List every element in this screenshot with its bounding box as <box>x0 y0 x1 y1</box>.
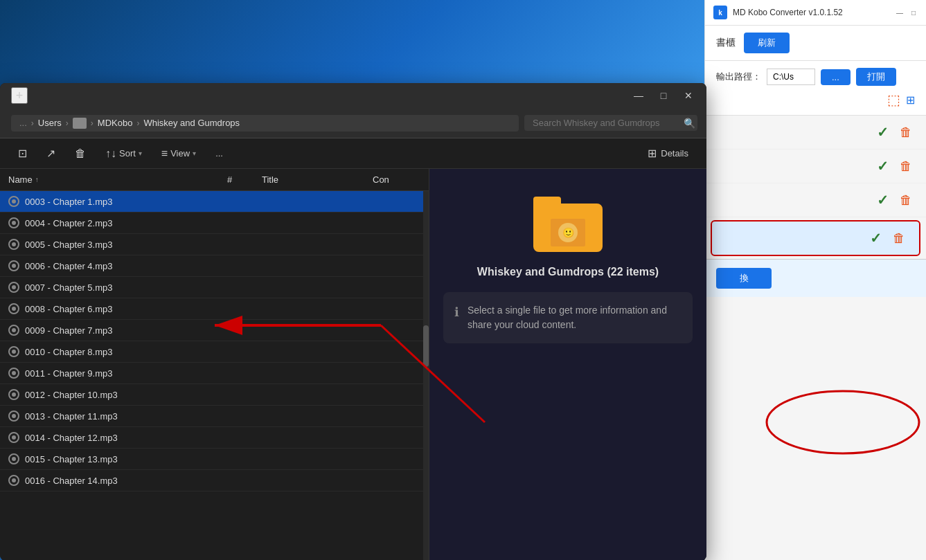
minimize-button[interactable]: — <box>632 90 645 101</box>
kobo-row-3: ✓ 🗑 <box>705 183 926 217</box>
file-row[interactable]: 0011 - Chapter 9.mp3 <box>0 363 429 384</box>
file-con-cell <box>367 478 422 483</box>
check-icon-4[interactable]: ✓ <box>870 230 882 246</box>
kobo-restore-btn[interactable]: □ <box>909 8 918 17</box>
check-icon-2[interactable]: ✓ <box>877 158 889 174</box>
kobo-dots-button[interactable]: ... <box>821 69 851 85</box>
file-num-cell <box>222 478 256 483</box>
breadcrumb-sep-1: › <box>31 118 34 128</box>
check-icon-1[interactable]: ✓ <box>877 124 889 141</box>
file-con-cell <box>367 242 422 247</box>
file-name-cell: 0015 - Chapter 13.mp3 <box>0 451 222 467</box>
file-name-text: 0009 - Chapter 7.mp3 <box>25 325 112 336</box>
kobo-refresh-button[interactable]: 刷新 <box>744 33 790 53</box>
view-button[interactable]: ≡ View ▾ <box>154 145 203 163</box>
share-button[interactable]: ↗ <box>39 144 62 163</box>
file-row[interactable]: 0010 - Chapter 8.mp3 <box>0 341 429 363</box>
file-row[interactable]: 0009 - Chapter 7.mp3 <box>0 320 429 341</box>
kobo-minimize-btn[interactable]: — <box>896 8 904 17</box>
file-type-icon <box>8 475 19 486</box>
col-header-con[interactable]: Con <box>367 172 422 188</box>
file-num-cell <box>222 413 256 419</box>
file-row[interactable]: 0014 - Chapter 12.mp3 <box>0 427 429 449</box>
breadcrumb-users[interactable]: Users <box>38 118 62 128</box>
file-con-cell <box>367 199 422 204</box>
trash-icon-1[interactable]: 🗑 <box>900 125 912 140</box>
trash-icon-4[interactable]: 🗑 <box>893 231 905 246</box>
breadcrumb-mdkobo[interactable]: MDKobo <box>98 118 133 128</box>
col-header-title[interactable]: Title <box>256 172 367 188</box>
kobo-path-input[interactable] <box>767 69 815 85</box>
file-name-cell: 0010 - Chapter 8.mp3 <box>0 343 222 360</box>
file-row[interactable]: 0007 - Chapter 5.mp3 <box>0 277 429 298</box>
file-name-text: 0010 - Chapter 8.mp3 <box>25 347 112 357</box>
file-title-cell <box>256 456 367 462</box>
file-row[interactable]: 0015 - Chapter 13.mp3 <box>0 449 429 470</box>
more-icon: ... <box>215 148 223 159</box>
file-type-icon <box>8 303 19 314</box>
search-icon[interactable]: 🔍 <box>684 118 695 129</box>
kobo-toolbar: 書櫃 刷新 <box>705 26 926 61</box>
breadcrumb-more[interactable]: ... <box>19 118 27 128</box>
file-num-cell <box>222 370 256 376</box>
kobo-open-button[interactable]: 打開 <box>856 68 896 86</box>
sort-label: Sort <box>119 148 136 159</box>
more-button[interactable]: ... <box>208 145 230 161</box>
file-name-text: 0014 - Chapter 12.mp3 <box>25 433 118 443</box>
exit-icon[interactable]: ⬚ <box>887 91 900 108</box>
trash-icon-3[interactable]: 🗑 <box>900 193 912 208</box>
col-header-num[interactable]: # <box>222 172 256 188</box>
ai-button[interactable]: ⊡ <box>11 144 34 163</box>
file-type-icon <box>8 260 19 271</box>
file-row[interactable]: 0012 - Chapter 10.mp3 <box>0 384 429 406</box>
file-con-cell <box>367 435 422 440</box>
file-row[interactable]: 0016 - Chapter 14.mp3 <box>0 470 429 491</box>
scrollbar-thumb[interactable] <box>423 325 429 367</box>
file-name-cell: 0004 - Chapter 2.mp3 <box>0 215 222 231</box>
kobo-convert-button[interactable]: 換 <box>716 268 772 289</box>
view-icon: ≡ <box>161 147 168 160</box>
file-type-icon <box>8 325 19 336</box>
title-bar-controls: — □ ✕ <box>632 90 695 101</box>
grid-icon[interactable]: ⊞ <box>906 93 915 107</box>
delete-icon: 🗑 <box>75 147 86 160</box>
close-button[interactable]: ✕ <box>682 90 695 101</box>
file-name-text: 0016 - Chapter 14.mp3 <box>25 476 118 486</box>
file-row[interactable]: 0006 - Chapter 4.mp3 <box>0 255 429 277</box>
details-button[interactable]: ⊞ Details <box>641 144 695 163</box>
file-name-text: 0015 - Chapter 13.mp3 <box>25 454 118 464</box>
file-name-cell: 0007 - Chapter 5.mp3 <box>0 279 222 296</box>
delete-button[interactable]: 🗑 <box>68 145 93 163</box>
file-row[interactable]: 0003 - Chapter 1.mp3 <box>0 191 429 213</box>
explorer-window: + — □ ✕ ... › Users › › MDKobo › Whiskey… <box>0 83 706 560</box>
file-type-icon <box>8 389 19 400</box>
folder-face-icon: 🙂 <box>558 223 578 242</box>
folder-body: 🙂 <box>533 204 603 252</box>
file-type-icon <box>8 217 19 228</box>
folder-icon-large: 🙂 <box>533 197 603 252</box>
sort-button[interactable]: ↑↓ Sort ▾ <box>98 145 149 163</box>
file-list-panel[interactable]: Name ↑ # Title Con 0003 - Chapter 1.mp30… <box>0 169 429 560</box>
file-name-cell: 0009 - Chapter 7.mp3 <box>0 322 222 338</box>
search-input[interactable] <box>524 115 697 131</box>
scrollbar-track[interactable] <box>423 169 429 560</box>
breadcrumb-folder[interactable]: Whiskey and Gumdrops <box>143 118 240 128</box>
file-row[interactable]: 0013 - Chapter 11.mp3 <box>0 406 429 427</box>
kobo-logo-icon: k <box>713 6 727 19</box>
file-con-cell <box>367 306 422 311</box>
restore-button[interactable]: □ <box>657 90 670 101</box>
check-icon-3[interactable]: ✓ <box>877 192 889 208</box>
file-row[interactable]: 0005 - Chapter 3.mp3 <box>0 234 429 255</box>
file-name-text: 0013 - Chapter 11.mp3 <box>25 411 118 422</box>
file-num-cell <box>222 220 256 226</box>
file-con-cell <box>367 263 422 269</box>
file-name-text: 0007 - Chapter 5.mp3 <box>25 282 112 293</box>
file-type-icon <box>8 432 19 443</box>
new-tab-button[interactable]: + <box>11 87 28 104</box>
details-panel: 🙂 Whiskey and Gumdrops (22 items) ℹ Sele… <box>429 169 706 560</box>
file-row[interactable]: 0004 - Chapter 2.mp3 <box>0 213 429 234</box>
file-row[interactable]: 0008 - Chapter 6.mp3 <box>0 298 429 320</box>
col-header-name[interactable]: Name ↑ <box>0 172 222 188</box>
trash-icon-2[interactable]: 🗑 <box>900 159 912 174</box>
file-con-cell <box>367 413 422 419</box>
